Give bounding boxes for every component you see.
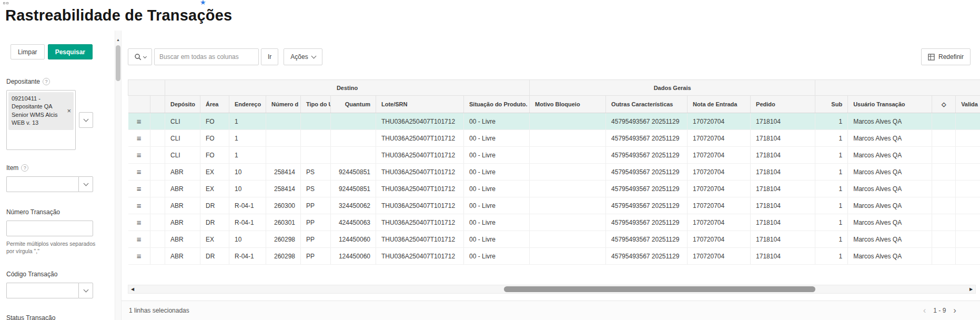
- grid-cell[interactable]: 1718104: [751, 130, 815, 147]
- row-selector-cell[interactable]: [150, 164, 165, 181]
- grid-cell[interactable]: [956, 147, 980, 164]
- codigo-transacao-input[interactable]: [6, 283, 78, 298]
- clear-button[interactable]: Limpar: [11, 44, 45, 59]
- grid-cell[interactable]: 170720704: [688, 130, 751, 147]
- grid-cell[interactable]: 1: [815, 214, 848, 231]
- row-menu-icon[interactable]: ≡: [128, 181, 150, 197]
- grid-cell[interactable]: [956, 130, 980, 147]
- grid-cell[interactable]: [530, 197, 606, 214]
- grid-cell[interactable]: Marcos Alves QA: [848, 130, 932, 147]
- row-selector-cell[interactable]: [150, 214, 165, 231]
- grid-cell[interactable]: [956, 248, 980, 265]
- grid-cell[interactable]: 1: [815, 113, 848, 130]
- grid-cell[interactable]: 260298: [266, 231, 301, 248]
- column-header[interactable]: Situação do Produto.: [464, 96, 530, 113]
- grid-cell[interactable]: [266, 113, 301, 130]
- previous-page-icon[interactable]: ‹: [923, 305, 926, 316]
- column-header[interactable]: Usuário Transação: [848, 96, 932, 113]
- grid-cell[interactable]: 1: [815, 181, 848, 197]
- grid-cell[interactable]: 00 - Livre: [464, 147, 530, 164]
- grid-cell[interactable]: [530, 181, 606, 197]
- grid-cell[interactable]: 45795493567 20251129: [606, 197, 688, 214]
- row-menu-icon[interactable]: ≡: [128, 113, 150, 130]
- remove-chip-icon[interactable]: ×: [67, 106, 71, 116]
- grid-cell[interactable]: 1718104: [751, 248, 815, 265]
- grid-cell[interactable]: 00 - Livre: [464, 214, 530, 231]
- grid-cell[interactable]: THU036A250407T101712: [376, 147, 464, 164]
- grid-cell[interactable]: [956, 214, 980, 231]
- actions-button[interactable]: Ações: [284, 48, 322, 65]
- row-selector-cell[interactable]: [150, 197, 165, 214]
- grid-cell[interactable]: [932, 181, 956, 197]
- grid-cell[interactable]: 170720704: [688, 248, 751, 265]
- grid-cell[interactable]: R-04-1: [229, 248, 266, 265]
- item-input[interactable]: [6, 176, 78, 192]
- grid-cell[interactable]: Marcos Alves QA: [848, 248, 932, 265]
- grid-cell[interactable]: 1718104: [751, 164, 815, 181]
- grid-cell[interactable]: 924450851: [331, 181, 376, 197]
- grid-cell[interactable]: 924450851: [331, 164, 376, 181]
- grid-cell[interactable]: PS: [301, 181, 331, 197]
- grid-cell[interactable]: 10: [229, 164, 266, 181]
- grid-cell[interactable]: THU036A250407T101712: [376, 130, 464, 147]
- help-icon[interactable]: ?: [43, 78, 50, 85]
- grid-cell[interactable]: 00 - Livre: [464, 113, 530, 130]
- grid-cell[interactable]: THU036A250407T101712: [376, 113, 464, 130]
- grid-cell[interactable]: 1718104: [751, 197, 815, 214]
- grid-cell[interactable]: DR: [200, 248, 229, 265]
- grid-cell[interactable]: 00 - Livre: [464, 181, 530, 197]
- grid-cell[interactable]: [932, 113, 956, 130]
- grid-cell[interactable]: 1718104: [751, 181, 815, 197]
- grid-cell[interactable]: CLI: [165, 113, 200, 130]
- grid-row[interactable]: ≡ABREX10258414PS924450851THU036A250407T1…: [128, 164, 980, 181]
- grid-cell[interactable]: [530, 248, 606, 265]
- grid-cell[interactable]: 260298: [266, 248, 301, 265]
- grid-cell[interactable]: 170720704: [688, 164, 751, 181]
- grid-cell[interactable]: [932, 147, 956, 164]
- go-button[interactable]: Ir: [261, 48, 278, 65]
- grid-cell[interactable]: ABR: [165, 231, 200, 248]
- grid-cell[interactable]: ABR: [165, 197, 200, 214]
- grid-cell[interactable]: 00 - Livre: [464, 130, 530, 147]
- grid-cell[interactable]: [956, 164, 980, 181]
- grid-cell[interactable]: DR: [200, 197, 229, 214]
- help-icon[interactable]: ?: [21, 164, 28, 172]
- scroll-up-icon[interactable]: ▲: [115, 37, 121, 43]
- grid-cell[interactable]: 424450063: [331, 214, 376, 231]
- grid-cell[interactable]: [266, 130, 301, 147]
- grid-cell[interactable]: 00 - Livre: [464, 248, 530, 265]
- vertical-scrollbar-thumb[interactable]: [116, 45, 120, 81]
- grid-cell[interactable]: PS: [301, 164, 331, 181]
- column-header[interactable]: Lote/SRN: [376, 96, 464, 113]
- grid-cell[interactable]: 45795493567 20251129: [606, 147, 688, 164]
- grid-cell[interactable]: Marcos Alves QA: [848, 164, 932, 181]
- next-page-icon[interactable]: ›: [953, 305, 956, 316]
- row-menu-icon[interactable]: ≡: [128, 231, 150, 248]
- sidebar-scrollbar[interactable]: ▲: [115, 31, 122, 320]
- grid-cell[interactable]: Marcos Alves QA: [848, 181, 932, 197]
- grid-cell[interactable]: 170720704: [688, 181, 751, 197]
- grid-cell[interactable]: [331, 113, 376, 130]
- grid-cell[interactable]: THU036A250407T101712: [376, 214, 464, 231]
- search-column-button[interactable]: [128, 48, 152, 65]
- grid-cell[interactable]: Marcos Alves QA: [848, 113, 932, 130]
- grid-cell[interactable]: 45795493567 20251129: [606, 214, 688, 231]
- grid-cell[interactable]: [530, 147, 606, 164]
- grid-cell[interactable]: [530, 130, 606, 147]
- column-header[interactable]: Valida: [956, 96, 980, 113]
- grid-cell[interactable]: 1: [815, 147, 848, 164]
- grid-cell[interactable]: 1: [229, 130, 266, 147]
- column-header[interactable]: ◇: [932, 96, 956, 113]
- row-selector-cell[interactable]: [150, 231, 165, 248]
- grid-cell[interactable]: EX: [200, 231, 229, 248]
- grid-cell[interactable]: Marcos Alves QA: [848, 147, 932, 164]
- depositante-multiselect[interactable]: 09210411 - Depositante QA Senior WMS Alc…: [6, 90, 76, 150]
- grid-cell[interactable]: THU036A250407T101712: [376, 164, 464, 181]
- column-header[interactable]: Área: [200, 96, 229, 113]
- grid-cell[interactable]: 1: [815, 197, 848, 214]
- grid-cell[interactable]: [331, 147, 376, 164]
- favorite-star-icon[interactable]: ★: [200, 0, 206, 6]
- grid-cell[interactable]: 1718104: [751, 113, 815, 130]
- grid-cell[interactable]: 00 - Livre: [464, 197, 530, 214]
- grid-cell[interactable]: EX: [200, 181, 229, 197]
